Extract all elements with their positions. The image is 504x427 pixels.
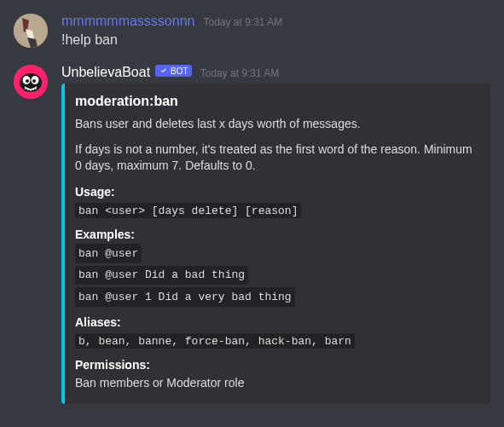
message-content: mmmmmmassssonnn Today at 9:31 AM !help b… bbox=[61, 14, 490, 49]
username[interactable]: UnbelievaBoat bbox=[61, 65, 150, 80]
field-name: Examples: bbox=[75, 228, 477, 241]
timestamp: Today at 9:31 AM bbox=[200, 67, 280, 79]
embed-description: Bans user and deletes last x days worth … bbox=[75, 116, 477, 175]
code-inline: b, bean, banne, force-ban, hack-ban, bar… bbox=[75, 333, 355, 349]
svg-point-6 bbox=[32, 79, 36, 83]
embed-title: moderation:ban bbox=[75, 94, 477, 109]
bot-tag-text: BOT bbox=[171, 66, 188, 76]
code-inline: ban @user Did a bad thing bbox=[75, 266, 248, 286]
timestamp: Today at 9:31 AM bbox=[203, 16, 282, 28]
message-header: mmmmmmassssonnn Today at 9:31 AM bbox=[61, 14, 490, 29]
avatar[interactable] bbox=[14, 14, 48, 48]
code-inline: ban <user> [days delete] [reason] bbox=[75, 203, 301, 218]
bot-tag: BOT bbox=[155, 65, 192, 77]
embed-field-aliases: Aliases: b, bean, banne, force-ban, hack… bbox=[75, 315, 477, 350]
embed: moderation:ban Bans user and deletes las… bbox=[61, 84, 490, 404]
code-inline: ban @user 1 Did a very bad thing bbox=[75, 287, 295, 307]
verified-check-icon bbox=[159, 66, 169, 76]
embed-field-usage: Usage: ban <user> [days delete] [reason] bbox=[75, 185, 477, 220]
embed-field-permissions: Permissions: Ban members or Moderator ro… bbox=[75, 358, 477, 392]
field-value: ban @user ban @user Did a bad thing ban … bbox=[75, 244, 477, 307]
field-value: ban <user> [days delete] [reason] bbox=[75, 201, 477, 220]
field-name: Permissions: bbox=[75, 358, 477, 372]
message-header: UnbelievaBoat BOT Today at 9:31 AM bbox=[61, 65, 490, 80]
code-inline: ban @user bbox=[75, 244, 142, 263]
field-name: Usage: bbox=[75, 185, 477, 199]
embed-desc-line: Bans user and deletes last x days worth … bbox=[75, 116, 477, 133]
embed-desc-line: If days is not a number, it's treated as… bbox=[75, 141, 477, 175]
message-bot: UnbelievaBoat BOT Today at 9:31 AM moder… bbox=[14, 65, 490, 404]
field-value: Ban members or Moderator role bbox=[75, 374, 477, 392]
embed-field-examples: Examples: ban @user ban @user Did a bad … bbox=[75, 228, 477, 307]
avatar[interactable] bbox=[14, 65, 48, 99]
username[interactable]: mmmmmmassssonnn bbox=[61, 14, 194, 29]
message-content: UnbelievaBoat BOT Today at 9:31 AM moder… bbox=[61, 65, 490, 404]
svg-point-5 bbox=[26, 79, 29, 83]
user-avatar-image bbox=[14, 14, 48, 48]
message-text: !help ban bbox=[61, 31, 490, 49]
bot-avatar-icon bbox=[14, 65, 48, 99]
field-value: b, bean, banne, force-ban, hack-ban, bar… bbox=[75, 332, 477, 350]
message-user: mmmmmmassssonnn Today at 9:31 AM !help b… bbox=[14, 14, 490, 49]
field-name: Aliases: bbox=[75, 315, 477, 329]
